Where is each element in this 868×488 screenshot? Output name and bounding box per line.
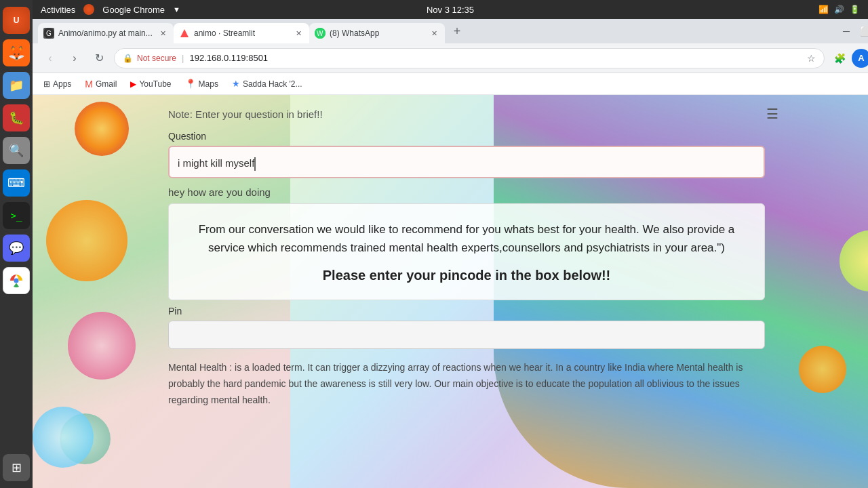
tab3-favicon: W	[315, 28, 326, 39]
question-input[interactable]: i might kill myself	[168, 146, 765, 178]
dock-grid[interactable]: ⊞	[3, 454, 30, 481]
network-icon: 📶	[818, 5, 829, 14]
tab2-close-button[interactable]: ✕	[293, 28, 304, 39]
activities-label[interactable]: Activities	[41, 5, 75, 15]
bookmark-youtube[interactable]: ▶ YouTube	[125, 77, 176, 92]
minimize-button[interactable]: ─	[838, 23, 854, 39]
svg-text:W: W	[317, 30, 323, 37]
maximize-button[interactable]: ⬜	[857, 23, 868, 39]
hamburger-menu-button[interactable]: ☰	[766, 106, 778, 122]
forward-button[interactable]: ›	[65, 49, 84, 68]
datetime-label: Nov 3 12:35	[427, 5, 474, 15]
info-text: Mental Health : is a loaded term. It can…	[168, 360, 765, 408]
bookmark-maps-label: Maps	[199, 79, 218, 89]
dock-files[interactable]: 📁	[3, 72, 30, 99]
bookmark-apps-label: Apps	[53, 79, 71, 89]
reload-button[interactable]: ↻	[90, 49, 108, 68]
question-value: i might kill myself	[178, 157, 254, 169]
apps-icon: ⊞	[43, 79, 50, 89]
bookmark-gmail[interactable]: M Gmail	[79, 76, 122, 92]
youtube-icon: ▶	[130, 79, 136, 89]
greeting-text: hey how are you doing	[168, 186, 765, 198]
sadda-icon: ★	[232, 79, 240, 89]
dock-bug[interactable]: 🐛	[3, 104, 30, 131]
pin-label: Pin	[168, 306, 765, 317]
tab-animo-github[interactable]: G Animo/animo.py at main... ✕	[38, 23, 174, 43]
dock-terminal[interactable]: >_	[3, 202, 30, 229]
tab-streamlit[interactable]: animo · Streamlit ✕	[174, 23, 309, 43]
url-bar[interactable]: 🔒 Not secure | 192.168.0.119:8501 ☆	[114, 48, 825, 68]
dock-vscode[interactable]: ⌨	[3, 169, 30, 197]
question-label: Question	[168, 131, 765, 142]
note-text: Note: Enter your question in brief!!	[168, 108, 765, 120]
sidebar-dock: U 🦊 📁 🐛 🔍 ⌨ >_ 💬 ⊞	[0, 0, 33, 488]
security-icon: 🔒	[123, 54, 133, 63]
svg-text:G: G	[46, 30, 52, 37]
tab3-close-button[interactable]: ✕	[429, 28, 439, 39]
bookmark-sadda-label: Sadda Hack '2...	[243, 79, 302, 89]
profile-button[interactable]: A	[852, 49, 868, 68]
volume-icon: 🔊	[834, 5, 844, 14]
recommendation-text: From our conversation we would like to r…	[189, 220, 744, 257]
extensions-icon[interactable]: 🧩	[830, 49, 849, 68]
tab-whatsapp[interactable]: W (8) WhatsApp ✕	[309, 23, 445, 43]
streamlit-app-container: ☰ Note: Enter your question in brief!! Q…	[141, 95, 792, 422]
pincode-prompt: Please enter your pincode in the box bel…	[189, 268, 744, 283]
bookmark-sadda[interactable]: ★ Sadda Hack '2...	[226, 76, 308, 92]
tab1-favicon: G	[43, 28, 54, 39]
url-text: 192.168.0.119:8501	[189, 53, 803, 63]
tab2-title: animo · Streamlit	[194, 28, 289, 38]
bookmark-youtube-label: YouTube	[139, 79, 171, 89]
gmail-icon: M	[85, 79, 93, 89]
dock-firefox[interactable]: 🦊	[3, 39, 30, 66]
page-content: ☰ Note: Enter your question in brief!! Q…	[33, 95, 868, 488]
tab1-close-button[interactable]: ✕	[157, 28, 168, 39]
dock-ubuntu[interactable]: U	[3, 7, 30, 34]
maps-icon: 📍	[185, 79, 196, 89]
dock-search[interactable]: 🔍	[3, 137, 30, 164]
address-bar: ‹ › ↻ 🔒 Not secure | 192.168.0.119:8501 …	[33, 43, 868, 73]
back-button[interactable]: ‹	[41, 49, 60, 68]
app-name-label: Google Chrome	[102, 5, 165, 15]
new-tab-button[interactable]: +	[448, 22, 467, 41]
dock-discord[interactable]: 💬	[3, 235, 30, 262]
tab2-favicon	[179, 28, 190, 39]
extensions-area: 🧩 A ⋮	[830, 49, 868, 68]
bookmarks-bar: ⊞ Apps M Gmail ▶ YouTube 📍 Maps ★ Sadda …	[33, 73, 868, 95]
bookmark-maps[interactable]: 📍 Maps	[180, 76, 224, 92]
recommendation-box: From our conversation we would like to r…	[168, 203, 765, 300]
svg-marker-3	[180, 29, 189, 37]
bookmark-apps[interactable]: ⊞ Apps	[38, 77, 77, 92]
bookmark-gmail-label: Gmail	[96, 79, 117, 89]
os-topbar: Activities Google Chrome ▼ Nov 3 12:35 📶…	[33, 0, 868, 19]
main-scroll-area[interactable]: ☰ Note: Enter your question in brief!! Q…	[33, 95, 868, 488]
not-secure-label: Not secure	[137, 54, 176, 63]
tab3-title: (8) WhatsApp	[330, 28, 425, 38]
pin-input[interactable]	[168, 321, 765, 349]
battery-icon: 🔋	[850, 5, 860, 14]
star-icon[interactable]: ☆	[807, 53, 816, 64]
tab-bar: G Animo/animo.py at main... ✕ animo · St…	[33, 19, 868, 43]
dock-chrome[interactable]	[3, 267, 30, 294]
tab1-title: Animo/animo.py at main...	[58, 28, 153, 38]
